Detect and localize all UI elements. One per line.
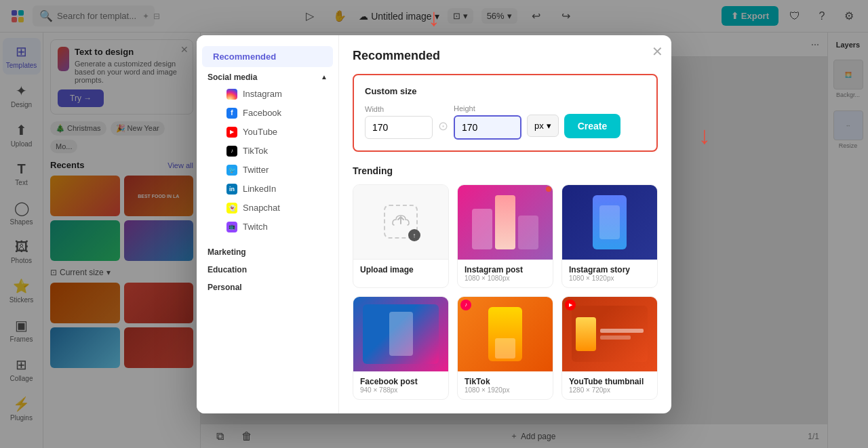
- twitch-icon: 📺: [226, 222, 237, 232]
- template-name-tiktok: TikTok: [465, 377, 546, 386]
- template-dims-instagram-story: 1080 × 1920px: [569, 274, 650, 282]
- recommended-label: Recommended: [213, 52, 276, 62]
- modal-dialog: Recommended Social media ▲ Instagram f F…: [197, 35, 671, 413]
- template-info-instagram-story: Instagram story 1080 × 1920px: [562, 260, 657, 287]
- arrow-top: ↓: [428, 5, 440, 30]
- template-thumb-tiktok: ♪: [458, 297, 553, 371]
- template-grid: ↑ Upload image: [353, 184, 658, 400]
- height-field: Height: [454, 104, 521, 140]
- template-dims-facebook: 940 × 788px: [360, 386, 441, 394]
- modal-nav-section-social[interactable]: Social media ▲: [197, 67, 338, 85]
- modal-nav-section-personal[interactable]: Personal: [197, 277, 338, 295]
- size-inputs: Width ⊙ Height px ▾: [365, 104, 646, 140]
- upload-dashed-icon: ↑: [384, 205, 418, 239]
- unit-selector[interactable]: px ▾: [527, 115, 559, 137]
- modal-overlay[interactable]: ↓ ↓ Recommended Social media ▲ Instagram: [0, 0, 868, 448]
- trending-title: Trending: [353, 165, 658, 176]
- modal-nav-tiktok[interactable]: ♪ TikTok: [202, 142, 333, 161]
- modal-close-button[interactable]: ✕: [652, 43, 663, 60]
- template-thumb-instagram: [458, 185, 553, 260]
- cloud-upload-badge: ↑: [408, 229, 420, 241]
- modal-nav-snapchat[interactable]: 👻 Snapchat: [202, 199, 333, 218]
- youtube-badge: ▶: [565, 300, 576, 310]
- tiktok-badge: ♪: [460, 300, 471, 310]
- modal-nav-twitter[interactable]: 🐦 Twitter: [202, 161, 333, 180]
- modal-nav-youtube[interactable]: ▶ YouTube: [202, 123, 333, 142]
- modal-nav-twitch[interactable]: 📺 Twitch: [202, 218, 333, 237]
- modal-nav: Recommended Social media ▲ Instagram f F…: [197, 35, 339, 413]
- linkedin-icon: in: [226, 184, 237, 195]
- template-thumb-instagram-story: [562, 185, 657, 260]
- modal-container: ↓ ↓ Recommended Social media ▲ Instagram: [197, 35, 671, 413]
- modal-nav-section-education[interactable]: Education: [197, 260, 338, 277]
- template-thumb-youtube: ▶: [562, 297, 657, 371]
- template-card-tiktok[interactable]: ♪ TikTok 1080 × 1920px: [457, 296, 553, 400]
- template-thumb-facebook: [353, 297, 448, 371]
- template-card-instagram-story[interactable]: Instagram story 1080 × 1920px: [561, 184, 658, 288]
- width-input[interactable]: [365, 116, 433, 139]
- custom-size-box: Custom size Width ⊙ Height: [353, 74, 658, 152]
- width-field: Width: [365, 105, 433, 139]
- create-button[interactable]: Create: [564, 114, 621, 138]
- template-info-youtube: YouTube thumbnail 1280 × 720px: [562, 371, 657, 399]
- template-card-facebook[interactable]: Facebook post 940 × 788px: [353, 296, 449, 400]
- template-card-upload[interactable]: ↑ Upload image: [353, 184, 449, 288]
- width-label: Width: [365, 105, 433, 113]
- template-name-youtube: YouTube thumbnail: [569, 377, 650, 386]
- youtube-icon: ▶: [226, 127, 237, 138]
- template-name-upload: Upload image: [360, 265, 441, 274]
- template-card-youtube[interactable]: ▶ YouTube thumbnail 1280 × 720px: [561, 296, 658, 400]
- template-dims-tiktok: 1080 × 1920px: [465, 386, 546, 394]
- tiktok-icon: ♪: [226, 146, 237, 157]
- modal-nav-facebook[interactable]: f Facebook: [202, 104, 333, 123]
- modal-nav-section-marketing[interactable]: Marketing: [197, 242, 338, 260]
- unit-chevron: ▾: [547, 121, 551, 131]
- modal-title: Recommended: [353, 49, 658, 63]
- unit-label: px: [534, 121, 544, 131]
- modal-content: ✕ Recommended Custom size Width ⊙: [339, 35, 671, 413]
- template-info-upload: Upload image: [353, 260, 448, 280]
- template-card-instagram[interactable]: Instagram post 1080 × 1080px: [457, 184, 553, 288]
- instagram-icon: [226, 89, 237, 100]
- template-info-tiktok: TikTok 1080 × 1920px: [458, 371, 553, 399]
- snapchat-icon: 👻: [226, 203, 237, 213]
- modal-nav-instagram[interactable]: Instagram: [202, 85, 333, 104]
- template-thumb-upload: ↑: [353, 185, 448, 260]
- custom-size-label: Custom size: [365, 86, 646, 96]
- modal-nav-linkedin[interactable]: in LinkedIn: [202, 180, 333, 199]
- template-name-facebook: Facebook post: [360, 377, 441, 386]
- height-input[interactable]: [454, 115, 521, 140]
- notif-dot-instagram: [546, 186, 551, 192]
- modal-nav-recommended[interactable]: Recommended: [202, 46, 333, 67]
- template-info-instagram: Instagram post 1080 × 1080px: [458, 260, 553, 287]
- height-label: Height: [454, 104, 521, 113]
- arrow-right: ↓: [698, 123, 711, 148]
- template-dims-youtube: 1280 × 720px: [569, 386, 650, 394]
- size-separator: ⊙: [438, 119, 448, 134]
- twitter-icon: 🐦: [226, 165, 237, 176]
- template-name-instagram: Instagram post: [465, 265, 546, 274]
- template-dims-instagram: 1080 × 1080px: [465, 274, 546, 282]
- facebook-icon: f: [226, 108, 237, 119]
- template-info-facebook: Facebook post 940 × 788px: [353, 371, 448, 399]
- social-chevron-icon: ▲: [321, 73, 328, 81]
- template-name-instagram-story: Instagram story: [569, 265, 650, 274]
